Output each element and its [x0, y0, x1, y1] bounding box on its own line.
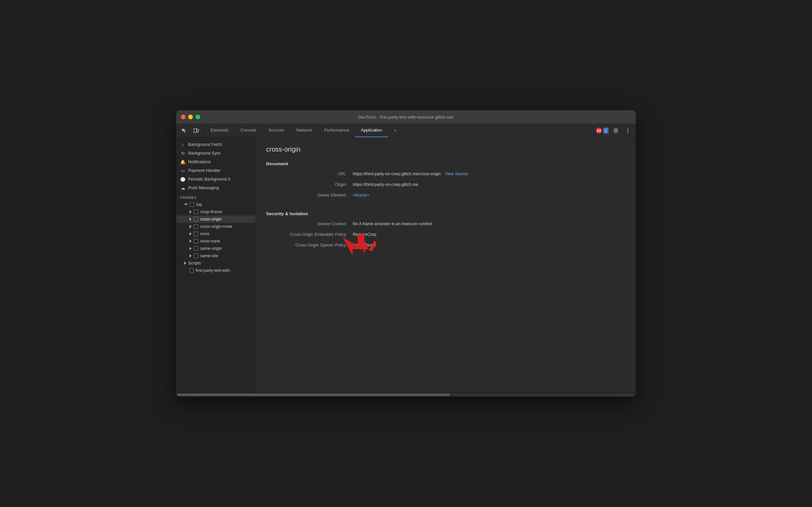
tab-sources[interactable]: Sources	[263, 124, 290, 137]
payment-handler-icon: ▭	[180, 168, 185, 173]
frame-icon	[193, 253, 198, 258]
coep-label: Cross-Origin Embedder Policy	[266, 232, 353, 237]
scrollbar-thumb[interactable]	[177, 393, 450, 396]
coop-value: UnsafeNone	[353, 243, 376, 247]
svg-point-4	[628, 132, 629, 133]
owner-element-label: Owner Element	[266, 193, 353, 198]
window-title: DevTools - first-party-test-with-resourc…	[358, 115, 454, 120]
sidebar-item-scripts[interactable]: Scripts	[176, 260, 256, 267]
section-divider	[266, 204, 626, 205]
toolbar-icon-group	[176, 124, 205, 137]
more-menu-button[interactable]	[623, 126, 633, 135]
url-value: https://third-party-no-coep.glitch.me/cr…	[353, 172, 441, 176]
secure-context-value: No A frame ancestor is an insecure conte…	[353, 222, 432, 226]
expand-icon	[189, 247, 191, 250]
sidebar-item-script-file[interactable]: first-party-test-with-	[176, 267, 256, 274]
secure-context-label: Secure Context	[266, 222, 353, 226]
url-label: URL	[266, 172, 353, 176]
toolbar: Elements Console Sources Network Perform…	[176, 124, 636, 137]
owner-element-row: Owner Element <iframe>	[266, 193, 626, 198]
coep-row: Cross-Origin Embedder Policy RequireCorp	[266, 232, 626, 237]
main-content: ↕ Background Fetch ↻ Background Sync 🔔 N…	[176, 137, 636, 393]
minimize-button[interactable]	[188, 115, 193, 119]
sidebar-item-frame-top[interactable]: top	[176, 201, 256, 208]
tab-network[interactable]: Network	[290, 124, 318, 137]
sidebar-item-frame-cross-origin[interactable]: cross-origin	[176, 216, 256, 223]
push-messaging-icon: ☁	[180, 185, 185, 190]
frame-icon	[193, 231, 198, 236]
svg-point-2	[628, 128, 629, 129]
sidebar-item-notifications[interactable]: 🔔 Notifications	[176, 158, 256, 166]
sidebar-item-frame-cross-origin-none[interactable]: cross-origin-none	[176, 223, 256, 230]
sidebar-item-background-sync[interactable]: ↻ Background Sync	[176, 149, 256, 158]
tab-bar: Elements Console Sources Network Perform…	[205, 124, 592, 137]
periodic-background-icon: 🕐	[180, 177, 185, 182]
toolbar-right: 13 2	[592, 124, 636, 137]
notifications-icon: 🔔	[180, 159, 185, 165]
scrollbar-track	[177, 393, 635, 396]
maximize-button[interactable]	[195, 115, 200, 119]
owner-element-value[interactable]: <iframe>	[353, 193, 369, 198]
coop-row: Cross-Origin Opener Policy UnsafeNone	[266, 243, 626, 247]
sidebar-item-push-messaging[interactable]: ☁ Push Messaging	[176, 183, 256, 192]
sidebar: ↕ Background Fetch ↻ Background Sync 🔔 N…	[176, 137, 256, 393]
traffic-lights	[181, 115, 200, 119]
expand-icon	[189, 239, 191, 243]
tab-console[interactable]: Console	[234, 124, 263, 137]
settings-button[interactable]	[611, 126, 621, 135]
expand-icon	[184, 204, 187, 206]
file-icon	[189, 268, 193, 273]
close-button[interactable]	[181, 115, 185, 119]
sidebar-item-payment-handler[interactable]: ▭ Payment Handler	[176, 166, 256, 175]
sidebar-item-frame-coop-iframe[interactable]: coop-iframe	[176, 208, 256, 216]
tab-more[interactable]: »	[388, 124, 402, 137]
sidebar-item-frame-none[interactable]: none	[176, 230, 256, 237]
sidebar-item-frame-same-site[interactable]: same-site	[176, 252, 256, 260]
expand-icon	[189, 225, 191, 228]
origin-value: https://third-party-no-coep.glitch.me	[353, 182, 418, 187]
coop-label: Cross-Origin Opener Policy	[266, 243, 353, 247]
security-section-title: Security & Isolation	[266, 211, 626, 216]
expand-icon	[184, 262, 186, 265]
title-bar: DevTools - first-party-test-with-resourc…	[176, 110, 636, 124]
document-section-title: Document	[266, 161, 626, 166]
frame-icon	[189, 202, 194, 207]
arrow-indicator	[339, 232, 369, 264]
devtools-window: DevTools - first-party-test-with-resourc…	[176, 110, 636, 397]
coep-value: RequireCorp	[353, 232, 376, 237]
expand-icon	[189, 254, 191, 258]
frame-icon	[193, 210, 198, 214]
svg-point-3	[628, 130, 629, 131]
error-count: 13	[596, 127, 602, 133]
secure-context-row: Secure Context No A frame ancestor is an…	[266, 222, 626, 226]
frame-icon	[193, 217, 198, 222]
sidebar-item-frame-none-none[interactable]: none-none	[176, 237, 256, 245]
expand-icon	[189, 218, 191, 221]
view-source-link[interactable]: View Source	[445, 172, 468, 176]
frame-icon	[193, 239, 198, 243]
origin-label: Origin	[266, 182, 353, 187]
warning-count: 2	[603, 127, 608, 133]
frames-section-label: Frames	[176, 192, 256, 201]
frame-icon	[193, 246, 198, 251]
url-row: URL https://third-party-no-coep.glitch.m…	[266, 172, 626, 176]
tab-performance[interactable]: Performance	[318, 124, 355, 137]
svg-rect-1	[197, 129, 198, 132]
main-panel: cross-origin Document URL https://third-…	[256, 137, 636, 393]
sidebar-item-periodic-background[interactable]: 🕐 Periodic Background S	[176, 175, 256, 183]
background-sync-icon: ↻	[180, 151, 185, 156]
sidebar-item-frame-same-origin[interactable]: same-origin	[176, 245, 256, 252]
sidebar-item-background-fetch[interactable]: ↕ Background Fetch	[176, 140, 256, 149]
red-arrow-annotation	[349, 234, 380, 264]
error-badge[interactable]: 13 2	[596, 127, 608, 133]
page-title: cross-origin	[266, 146, 626, 153]
device-mode-button[interactable]	[191, 126, 201, 135]
expand-icon	[189, 210, 191, 214]
tab-elements[interactable]: Elements	[205, 124, 234, 137]
origin-row: Origin https://third-party-no-coep.glitc…	[266, 182, 626, 187]
inspect-element-button[interactable]	[179, 126, 189, 135]
expand-icon	[189, 232, 191, 235]
tab-application[interactable]: Application	[355, 124, 388, 137]
background-fetch-icon: ↕	[180, 142, 185, 147]
horizontal-scrollbar[interactable]	[176, 393, 636, 397]
